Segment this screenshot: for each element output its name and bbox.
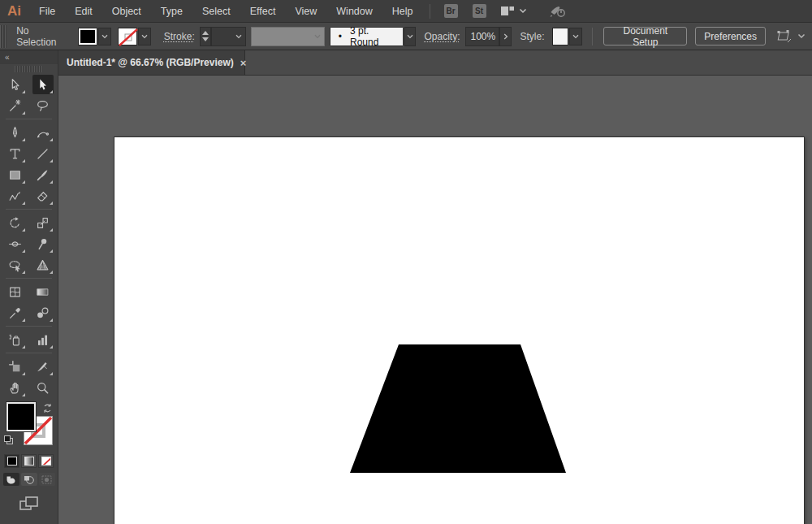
tool-shape-builder[interactable] <box>5 255 26 275</box>
brush-definition-dropdown[interactable] <box>404 27 417 46</box>
tool-curvature[interactable] <box>32 123 54 142</box>
tools-panel: « <box>0 50 58 524</box>
stroke-swatch-none[interactable] <box>118 28 137 45</box>
tool-zoom[interactable] <box>32 378 54 397</box>
style-dropdown[interactable] <box>569 28 582 45</box>
stroke-width-field[interactable] <box>211 27 247 46</box>
tool-line-segment[interactable] <box>32 144 54 163</box>
change-screen-mode-icon[interactable] <box>0 495 58 513</box>
fill-swatch[interactable] <box>78 28 97 45</box>
tool-puppet-warp[interactable] <box>32 234 54 253</box>
document-setup-button[interactable]: Document Setup <box>603 27 687 45</box>
tool-paintbrush[interactable] <box>32 165 54 184</box>
preferences-button[interactable]: Preferences <box>695 27 766 45</box>
tool-selection[interactable] <box>5 75 26 94</box>
menu-view[interactable]: View <box>285 0 326 23</box>
controlbar-grip-handle[interactable] <box>0 25 6 48</box>
tab-close-icon[interactable]: × <box>240 57 247 69</box>
menu-file[interactable]: File <box>29 0 65 23</box>
stroke-dropdown[interactable] <box>138 28 151 45</box>
menu-select[interactable]: Select <box>192 0 240 23</box>
transform-reference-icon[interactable] <box>776 29 806 44</box>
document-tab[interactable]: Untitled-1* @ 66.67% (RGB/Preview) × <box>58 50 245 75</box>
canvas-area[interactable] <box>58 76 812 524</box>
menubar-divider <box>430 4 430 19</box>
brush-preview-dot: • <box>339 31 342 42</box>
brush-definition-button[interactable]: • 3 pt. Round <box>330 27 404 46</box>
tool-group-divider <box>6 353 52 353</box>
selection-status: No Selection <box>16 25 67 48</box>
menu-effect[interactable]: Effect <box>240 0 286 23</box>
draw-inside-button <box>39 473 55 486</box>
tool-type[interactable] <box>5 144 26 163</box>
tool-gradient[interactable] <box>32 282 54 301</box>
gradient-button[interactable] <box>21 454 37 468</box>
tool-column-graph[interactable] <box>32 330 54 349</box>
tool-pen[interactable] <box>5 123 26 142</box>
style-label: Style: <box>520 31 544 42</box>
variable-width-profile-dropdown <box>251 27 325 46</box>
document-tab-bar: Untitled-1* @ 66.67% (RGB/Preview) × <box>58 50 812 76</box>
stroke-label[interactable]: Stroke: <box>164 31 195 42</box>
tool-group-divider <box>6 278 52 279</box>
tool-direct-selection[interactable] <box>32 75 54 94</box>
menu-type[interactable]: Type <box>151 0 192 23</box>
tool-magic-wand[interactable] <box>5 96 26 115</box>
tool-slice[interactable] <box>32 357 54 376</box>
style-control[interactable] <box>552 28 582 45</box>
menu-edit[interactable]: Edit <box>65 0 102 23</box>
tool-eyedropper[interactable] <box>5 303 26 323</box>
trapezoid-shape[interactable] <box>350 344 566 473</box>
fill-proxy-swatch[interactable] <box>6 402 36 431</box>
opacity-expand-icon[interactable] <box>499 27 512 46</box>
stroke-color-control[interactable] <box>118 28 151 45</box>
default-fill-stroke-icon[interactable] <box>3 435 15 449</box>
tool-eraser[interactable] <box>32 186 54 206</box>
tool-artboard[interactable] <box>5 357 26 376</box>
collapse-panel-chevrons-icon[interactable]: « <box>0 50 58 64</box>
swap-fill-stroke-icon[interactable] <box>42 402 53 417</box>
tool-shaper[interactable] <box>5 186 26 206</box>
artboard[interactable] <box>114 136 805 524</box>
menu-window[interactable]: Window <box>326 0 382 23</box>
tool-width[interactable] <box>5 234 26 253</box>
tool-lasso[interactable] <box>32 96 54 115</box>
paint-style-buttons <box>0 454 58 468</box>
tool-hand[interactable] <box>5 378 26 397</box>
none-button[interactable] <box>38 454 54 468</box>
tool-blend[interactable] <box>32 303 54 323</box>
draw-normal-button[interactable] <box>3 473 19 486</box>
workspace-switcher-icon[interactable] <box>500 5 527 17</box>
tools-panel-grip[interactable] <box>15 66 43 72</box>
tool-rotate[interactable] <box>5 213 26 232</box>
tool-group-divider <box>6 326 52 327</box>
fill-stroke-area <box>0 402 58 451</box>
stepper-up-icon[interactable] <box>202 31 209 35</box>
fill-color-control[interactable] <box>78 28 111 45</box>
stock-button[interactable]: St <box>473 4 486 18</box>
tool-symbol-sprayer[interactable] <box>5 330 26 349</box>
menu-bar: Ai File Edit Object Type Select Effect V… <box>0 0 812 23</box>
stroke-width-stepper[interactable] <box>200 27 211 46</box>
opacity-label[interactable]: Opacity: <box>424 31 460 42</box>
fill-dropdown[interactable] <box>98 28 111 45</box>
tool-perspective-grid[interactable] <box>32 255 54 275</box>
artwork-layer <box>114 137 804 524</box>
draw-behind-button[interactable] <box>21 473 37 486</box>
menu-help[interactable]: Help <box>382 0 423 23</box>
bridge-button[interactable]: Br <box>444 4 458 18</box>
gpu-performance-rocket-icon[interactable] <box>548 4 566 19</box>
illustrator-logo: Ai <box>0 3 29 19</box>
stepper-down-icon[interactable] <box>202 37 209 41</box>
tool-mesh[interactable] <box>5 282 26 301</box>
tool-rectangle[interactable] <box>5 165 26 184</box>
tool-scale[interactable] <box>32 213 54 232</box>
opacity-field[interactable]: 100% <box>465 27 499 46</box>
controlbar-divider <box>592 28 593 45</box>
tool-group-divider <box>6 119 52 119</box>
document-tab-title: Untitled-1* @ 66.67% (RGB/Preview) <box>67 57 234 68</box>
style-swatch[interactable] <box>552 28 568 45</box>
menu-object[interactable]: Object <box>102 0 151 23</box>
tool-group-divider <box>6 209 52 210</box>
color-button[interactable] <box>4 454 19 468</box>
